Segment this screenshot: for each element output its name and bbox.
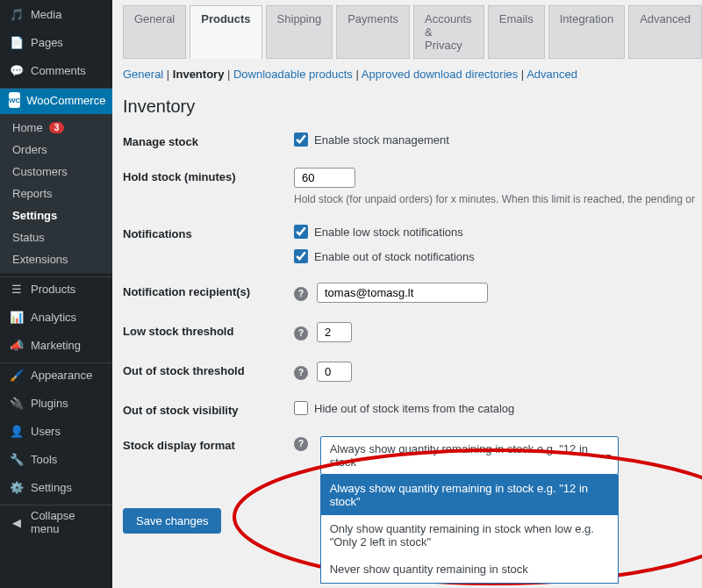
oos-threshold-input[interactable] — [317, 362, 352, 382]
tab-payments[interactable]: Payments — [336, 5, 410, 59]
home-badge: 3 — [49, 122, 65, 133]
appearance-icon: 🖌️ — [9, 367, 25, 383]
marketing-icon: 📣 — [9, 337, 25, 353]
sidebar-subitem-customers[interactable]: Customers — [0, 161, 112, 183]
help-icon[interactable]: ? — [294, 326, 308, 341]
help-icon[interactable]: ? — [294, 287, 308, 301]
stock-display-option-always[interactable]: Always show quantity remaining in stock … — [321, 475, 618, 515]
tools-icon: 🔧 — [9, 451, 25, 467]
sidebar-subitem-status[interactable]: Status — [0, 226, 112, 248]
stock-display-select[interactable]: Always show quantity remaining in stock … — [320, 436, 619, 475]
tab-integration[interactable]: Integration — [548, 5, 625, 59]
sidebar-item-products[interactable]: ☰Products — [0, 276, 112, 303]
page-icon: 📄 — [9, 34, 25, 50]
stock-display-label: Stock display format — [123, 436, 294, 452]
sidebar-item-appearance[interactable]: 🖌️Appearance — [0, 362, 112, 389]
notifications-label: Notifications — [123, 225, 294, 240]
subtab-advanced[interactable]: Advanced — [526, 68, 577, 81]
analytics-icon: 📊 — [9, 309, 25, 325]
hold-stock-label: Hold stock (minutes) — [123, 168, 294, 183]
collapse-icon: ◀ — [9, 514, 25, 530]
sidebar-item-users[interactable]: 👤Users — [0, 417, 112, 445]
low-threshold-input[interactable] — [317, 322, 352, 342]
sidebar-item-analytics[interactable]: 📊Analytics — [0, 303, 112, 331]
sidebar-subitem-settings[interactable]: Settings — [0, 204, 112, 226]
woocommerce-icon: WC — [9, 92, 20, 108]
manage-stock-checkbox[interactable]: Enable stock management — [294, 133, 702, 147]
oos-visibility-checkbox[interactable]: Hide out of stock items from the catalog — [294, 401, 702, 415]
sidebar-collapse[interactable]: ◀Collapse menu — [0, 505, 112, 541]
settings-tabs: General Products Shipping Payments Accou… — [123, 5, 702, 59]
woocommerce-submenu: Home 3 Orders Customers Reports Settings… — [0, 114, 112, 273]
oos-threshold-label: Out of stock threshold — [123, 362, 294, 377]
product-subtabs: General | Inventory | Downloadable produ… — [123, 64, 702, 90]
products-icon: ☰ — [9, 281, 25, 297]
hold-stock-input[interactable] — [294, 168, 355, 188]
subtab-downloadable[interactable]: Downloadable products — [233, 68, 353, 81]
sidebar-subitem-orders[interactable]: Orders — [0, 139, 112, 161]
plugins-icon: 🔌 — [9, 395, 25, 411]
manage-stock-label: Manage stock — [123, 133, 294, 148]
sidebar-subitem-reports[interactable]: Reports — [0, 183, 112, 204]
subtab-approved-dirs[interactable]: Approved download directories — [362, 68, 519, 81]
tab-accounts-privacy[interactable]: Accounts & Privacy — [413, 5, 484, 59]
sidebar-item-settings[interactable]: ⚙️Settings — [0, 473, 112, 501]
help-icon[interactable]: ? — [294, 366, 308, 380]
tab-shipping[interactable]: Shipping — [266, 5, 333, 59]
tab-general[interactable]: General — [123, 5, 186, 59]
sidebar-item-marketing[interactable]: 📣Marketing — [0, 331, 112, 359]
comment-icon: 💬 — [9, 62, 25, 78]
subtab-general[interactable]: General — [123, 68, 163, 81]
subtab-inventory[interactable]: Inventory — [173, 68, 225, 81]
tab-advanced[interactable]: Advanced — [628, 5, 702, 59]
help-icon[interactable]: ? — [294, 437, 308, 451]
stock-display-dropdown: Always show quantity remaining in stock … — [320, 475, 619, 584]
main-content: General Products Shipping Payments Accou… — [112, 0, 702, 588]
save-changes-button[interactable]: Save changes — [123, 508, 221, 534]
users-icon: 👤 — [9, 423, 25, 439]
tab-emails[interactable]: Emails — [488, 5, 545, 59]
admin-sidebar: 🎵Media 📄Pages 💬Comments WCWooCommerce Ho… — [0, 0, 112, 588]
oos-notif-checkbox[interactable]: Enable out of stock notifications — [294, 249, 702, 263]
sidebar-item-tools[interactable]: 🔧Tools — [0, 445, 112, 473]
sidebar-item-media[interactable]: 🎵Media — [0, 0, 112, 28]
sidebar-subitem-extensions[interactable]: Extensions — [0, 248, 112, 270]
stock-display-option-low[interactable]: Only show quantity remaining in stock wh… — [321, 515, 618, 556]
sidebar-item-woocommerce[interactable]: WCWooCommerce — [0, 88, 112, 114]
recipient-label: Notification recipient(s) — [123, 283, 294, 298]
tab-products[interactable]: Products — [190, 5, 261, 59]
oos-visibility-label: Out of stock visibility — [123, 401, 294, 417]
settings-icon: ⚙️ — [9, 479, 25, 495]
recipient-input[interactable] — [317, 283, 488, 303]
sidebar-item-comments[interactable]: 💬Comments — [0, 56, 112, 84]
stock-display-option-never[interactable]: Never show quantity remaining in stock — [321, 556, 618, 583]
hold-stock-desc: Hold stock (for unpaid orders) for x min… — [294, 193, 702, 205]
sidebar-item-pages[interactable]: 📄Pages — [0, 28, 112, 56]
page-title: Inventory — [123, 97, 702, 117]
sidebar-subitem-home[interactable]: Home 3 — [0, 117, 112, 139]
low-stock-notif-checkbox[interactable]: Enable low stock notifications — [294, 225, 702, 239]
media-icon: 🎵 — [9, 6, 25, 22]
sidebar-item-plugins[interactable]: 🔌Plugins — [0, 389, 112, 417]
low-threshold-label: Low stock threshold — [123, 322, 294, 338]
